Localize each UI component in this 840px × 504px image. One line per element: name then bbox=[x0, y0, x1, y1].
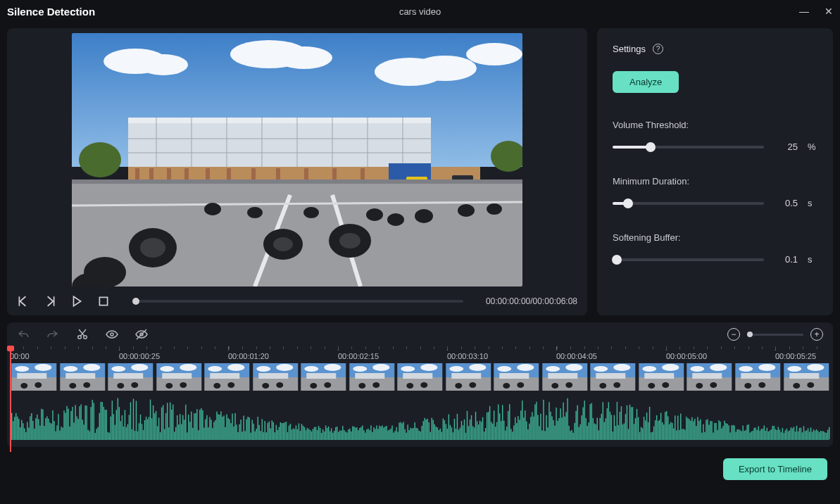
svg-rect-502 bbox=[461, 421, 462, 440]
svg-rect-654 bbox=[676, 431, 677, 440]
svg-rect-439 bbox=[372, 432, 372, 440]
svg-rect-629 bbox=[641, 427, 641, 440]
svg-rect-109 bbox=[301, 377, 346, 391]
svg-point-167 bbox=[696, 383, 703, 389]
slider-track-0[interactable] bbox=[613, 146, 764, 149]
next-frame-button[interactable] bbox=[44, 295, 56, 308]
svg-point-178 bbox=[807, 364, 824, 371]
svg-rect-58 bbox=[99, 297, 107, 305]
svg-rect-552 bbox=[532, 412, 532, 440]
svg-rect-651 bbox=[672, 423, 672, 440]
svg-point-142 bbox=[546, 366, 560, 372]
analyze-button[interactable]: Analyze bbox=[613, 71, 679, 93]
svg-rect-81 bbox=[108, 377, 153, 391]
svg-rect-426 bbox=[353, 427, 354, 440]
svg-rect-600 bbox=[600, 418, 601, 440]
svg-rect-74 bbox=[60, 377, 105, 391]
redo-button[interactable] bbox=[46, 328, 59, 341]
svg-rect-30 bbox=[332, 168, 337, 179]
svg-rect-613 bbox=[618, 425, 619, 440]
thumbnail bbox=[10, 363, 58, 391]
stop-button[interactable] bbox=[97, 295, 110, 308]
svg-point-114 bbox=[353, 366, 367, 372]
svg-rect-673 bbox=[703, 424, 703, 440]
svg-rect-462 bbox=[404, 429, 405, 440]
slider-track-1[interactable] bbox=[613, 202, 764, 205]
svg-rect-340 bbox=[232, 413, 232, 440]
svg-rect-534 bbox=[506, 427, 507, 440]
svg-rect-438 bbox=[370, 425, 371, 440]
svg-rect-286 bbox=[156, 411, 156, 440]
zoom-in-button[interactable]: + bbox=[810, 328, 823, 341]
svg-rect-455 bbox=[394, 431, 395, 440]
svg-rect-472 bbox=[418, 431, 419, 440]
prev-frame-button[interactable] bbox=[17, 295, 30, 308]
undo-button[interactable] bbox=[17, 328, 30, 341]
svg-rect-690 bbox=[727, 424, 727, 440]
svg-rect-486 bbox=[439, 430, 439, 440]
svg-rect-463 bbox=[406, 433, 406, 440]
svg-rect-713 bbox=[760, 431, 760, 440]
svg-rect-328 bbox=[215, 420, 215, 440]
svg-rect-31 bbox=[361, 168, 365, 179]
svg-rect-227 bbox=[72, 407, 73, 440]
svg-rect-233 bbox=[80, 404, 81, 440]
svg-rect-560 bbox=[543, 400, 544, 440]
zoom-out-button[interactable]: − bbox=[727, 328, 740, 341]
svg-rect-350 bbox=[246, 420, 246, 440]
thumbnail bbox=[106, 363, 155, 391]
svg-rect-281 bbox=[149, 417, 149, 440]
close-button[interactable]: ✕ bbox=[825, 6, 833, 17]
slider-track-2[interactable] bbox=[613, 258, 764, 261]
svg-rect-144 bbox=[542, 377, 587, 391]
eye-off-icon[interactable] bbox=[135, 328, 148, 341]
svg-rect-353 bbox=[250, 433, 251, 440]
svg-rect-594 bbox=[591, 403, 592, 440]
svg-rect-519 bbox=[485, 428, 486, 440]
playhead[interactable] bbox=[10, 346, 11, 452]
export-button[interactable]: Export to Timeline bbox=[723, 458, 827, 480]
svg-rect-687 bbox=[722, 426, 723, 440]
svg-rect-337 bbox=[227, 418, 228, 440]
svg-rect-510 bbox=[472, 426, 473, 440]
svg-rect-694 bbox=[732, 425, 733, 440]
svg-rect-676 bbox=[707, 420, 708, 440]
time-ruler[interactable]: 00:0000:00:00:2500:00:01:2000:00:02:1500… bbox=[10, 346, 830, 363]
svg-rect-700 bbox=[741, 431, 741, 440]
svg-rect-612 bbox=[617, 402, 618, 440]
help-icon[interactable]: ? bbox=[653, 44, 663, 54]
svg-rect-536 bbox=[509, 404, 510, 440]
svg-rect-204 bbox=[39, 426, 40, 440]
svg-rect-427 bbox=[355, 428, 356, 440]
svg-rect-464 bbox=[407, 424, 408, 440]
svg-point-133 bbox=[469, 382, 476, 388]
svg-rect-616 bbox=[622, 424, 623, 440]
svg-rect-740 bbox=[798, 431, 798, 440]
svg-point-118 bbox=[358, 383, 365, 389]
video-track[interactable] bbox=[10, 363, 830, 440]
progress-slider[interactable] bbox=[132, 300, 463, 303]
svg-rect-124 bbox=[403, 373, 433, 379]
svg-rect-626 bbox=[637, 409, 637, 440]
svg-rect-399 bbox=[315, 427, 316, 440]
window-title: Silence Detection bbox=[7, 6, 95, 18]
svg-rect-509 bbox=[471, 415, 472, 440]
svg-rect-271 bbox=[134, 431, 135, 440]
svg-rect-418 bbox=[342, 426, 343, 440]
svg-rect-596 bbox=[594, 424, 595, 440]
cut-icon[interactable] bbox=[76, 328, 89, 341]
svg-rect-670 bbox=[698, 421, 699, 440]
eye-icon[interactable] bbox=[106, 328, 118, 341]
minimize-button[interactable]: — bbox=[799, 6, 809, 17]
svg-rect-543 bbox=[519, 420, 520, 440]
svg-rect-535 bbox=[508, 411, 508, 440]
svg-rect-387 bbox=[299, 423, 299, 440]
svg-rect-217 bbox=[58, 414, 58, 440]
svg-point-90 bbox=[165, 383, 173, 389]
play-button[interactable] bbox=[70, 295, 83, 308]
svg-point-2 bbox=[139, 54, 188, 75]
svg-rect-467 bbox=[411, 429, 412, 440]
svg-rect-193 bbox=[24, 428, 25, 440]
zoom-slider[interactable] bbox=[747, 334, 803, 336]
svg-rect-733 bbox=[788, 431, 789, 440]
